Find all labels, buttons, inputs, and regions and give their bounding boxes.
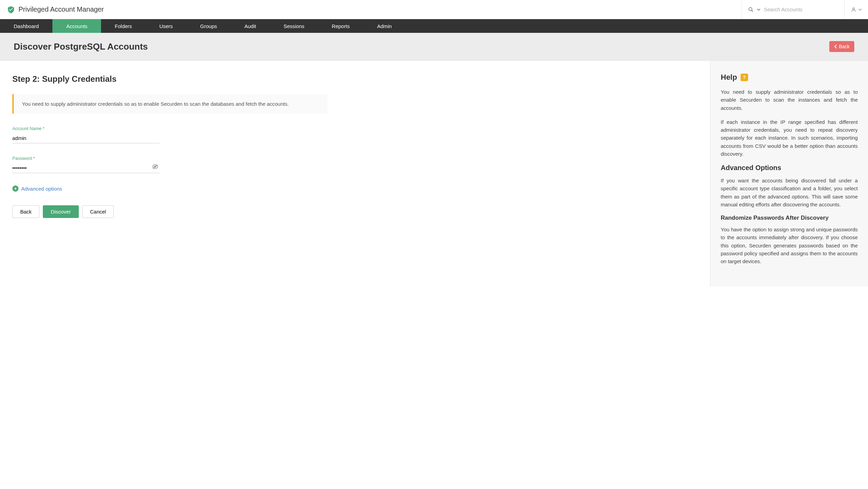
svg-point-0 [749, 8, 752, 11]
help-heading-advanced: Advanced Options [721, 164, 858, 172]
help-paragraph-1: You need to supply administrator credent… [721, 88, 858, 112]
nav-item-users[interactable]: Users [146, 19, 186, 33]
advanced-options-label: Advanced options [21, 186, 62, 192]
shield-logo-icon [7, 5, 15, 14]
help-icon: ? [741, 74, 748, 81]
brand: Privileged Account Manager [0, 5, 111, 14]
button-row: Back Discover Cancel [12, 205, 698, 218]
user-menu[interactable] [844, 0, 868, 19]
chevron-left-icon [834, 44, 838, 49]
user-icon [851, 7, 856, 12]
nav-item-dashboard[interactable]: Dashboard [0, 19, 52, 33]
header-back-label: Back [839, 44, 850, 49]
nav-item-reports[interactable]: Reports [318, 19, 364, 33]
svg-point-2 [853, 8, 854, 9]
body: Step 2: Supply Credentials You need to s… [0, 61, 868, 286]
page-header: Discover PostgreSQL Accounts Back [0, 33, 868, 61]
help-paragraph-4: You have the option to assign strong and… [721, 226, 858, 265]
advanced-options-link[interactable]: + Advanced options [12, 185, 62, 192]
nav-item-groups[interactable]: Groups [186, 19, 231, 33]
nav-item-folders[interactable]: Folders [101, 19, 146, 33]
account-name-field-wrap: Account Name * [12, 126, 160, 143]
nav-item-admin[interactable]: Admin [363, 19, 406, 33]
password-field-wrap: Password * [12, 156, 160, 173]
search-container [742, 0, 844, 19]
help-heading-randomize: Randomize Passwords After Discovery [721, 215, 858, 221]
eye-off-icon[interactable] [152, 164, 158, 170]
help-title-row: Help ? [721, 73, 858, 82]
password-label: Password * [12, 156, 160, 161]
brand-name: Privileged Account Manager [18, 5, 104, 13]
help-paragraph-2: If each instance in the IP range specifi… [721, 118, 858, 158]
discover-button[interactable]: Discover [43, 205, 78, 218]
help-title: Help [721, 73, 737, 82]
main-column: Step 2: Supply Credentials You need to s… [0, 61, 710, 286]
help-column: Help ? You need to supply administrator … [710, 61, 868, 286]
navbar: Dashboard Accounts Folders Users Groups … [0, 19, 868, 33]
help-paragraph-3: If you want the accounts being discovere… [721, 177, 858, 208]
nav-item-audit[interactable]: Audit [231, 19, 270, 33]
header-back-button[interactable]: Back [829, 41, 854, 52]
account-name-input[interactable] [12, 133, 160, 143]
chevron-down-icon [858, 8, 862, 11]
chevron-down-icon[interactable] [757, 8, 760, 11]
password-input[interactable] [12, 163, 160, 173]
search-icon[interactable] [748, 7, 754, 12]
nav-item-sessions[interactable]: Sessions [270, 19, 318, 33]
topbar: Privileged Account Manager [0, 0, 868, 19]
page-title: Discover PostgreSQL Accounts [14, 41, 148, 52]
back-button[interactable]: Back [12, 205, 39, 218]
nav-item-accounts[interactable]: Accounts [52, 19, 101, 33]
cancel-button[interactable]: Cancel [82, 205, 114, 218]
account-name-label: Account Name * [12, 126, 160, 131]
search-input[interactable] [764, 7, 838, 12]
step-title: Step 2: Supply Credentials [12, 74, 698, 84]
info-strip: You need to supply administrator credent… [12, 94, 327, 114]
plus-circle-icon: + [12, 185, 18, 192]
svg-line-1 [752, 10, 753, 12]
